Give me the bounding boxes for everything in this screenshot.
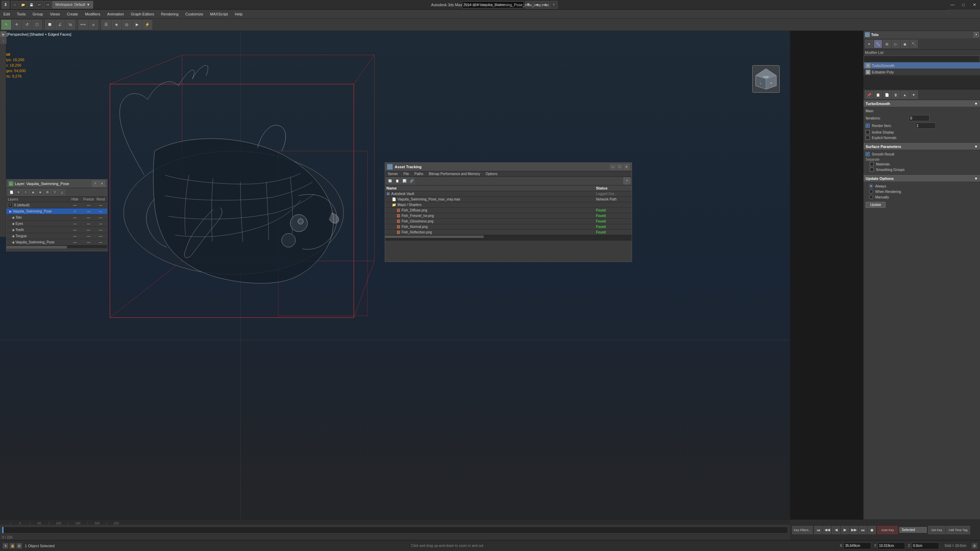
materials-check[interactable] [870,162,874,166]
play-back-btn[interactable]: ◀ [832,526,840,534]
auto-key-btn[interactable]: Auto Key [877,526,898,534]
schematic-tool[interactable]: ◈ [111,20,121,30]
minimize-btn[interactable]: — [947,0,958,10]
layer-add-sel-btn[interactable]: + [22,189,29,196]
help-btn[interactable]: ? [550,1,557,9]
undo-btn[interactable]: ↩ [36,1,43,9]
manually-radio[interactable] [869,195,873,199]
prev-key-btn[interactable]: ◀◀ [823,526,831,534]
menu-group[interactable]: Group [29,10,47,19]
update-button[interactable]: Update [865,202,886,208]
smooth-result-check[interactable]: ✓ [865,152,870,156]
menu-animation[interactable]: Animation [104,10,127,19]
when-rendering-radio[interactable] [869,189,873,194]
modifier-editable-poly[interactable]: E Editable Poly [864,69,980,76]
layer-expand-btn[interactable]: ▽ [51,189,58,196]
move-tool[interactable]: ✛ [12,20,21,30]
layer-row-default[interactable]: ✓ 0 (default) — — — [6,202,107,208]
coord-z-value[interactable]: 0.0cm [912,542,939,549]
asset-row-diffuse[interactable]: 🖼 Fish_Diffuse.png Found [385,208,632,213]
set-key-btn[interactable]: Set Key [928,526,945,534]
menu-customize[interactable]: Customize [182,10,207,19]
layer-tool[interactable]: ☰ [101,20,111,30]
layer-row-eyes[interactable]: ◈Eyes — — — [6,221,107,227]
modifier-turbomooth[interactable]: T TurboSmooth [864,62,980,69]
surface-params-header[interactable]: Surface Parameters ▼ [864,143,980,150]
asset-tool-2[interactable]: 📋 [394,178,401,184]
close-btn[interactable]: ✕ [969,0,980,10]
render-tool[interactable]: ▶ [132,20,142,30]
asset-row-fresnel[interactable]: 🖼 Fish_Fresnel_Ior.png Found [385,213,632,219]
panel-icon-modify[interactable]: 🔧 [874,40,882,48]
material-tool[interactable]: ◎ [122,20,132,30]
coord-x-value[interactable]: 35.649cm [844,542,871,549]
mod-copy-icon[interactable]: 📋 [874,91,882,99]
menu-create[interactable]: Create [63,10,81,19]
menu-views[interactable]: Views [46,10,63,19]
navigation-cube[interactable]: TOP L R [752,65,780,93]
menu-rendering[interactable]: Rendering [158,10,182,19]
layer-panel-help[interactable]: ? [92,181,98,187]
layer-row-telo[interactable]: ◈Telo — — — [6,214,107,221]
asset-tool-4[interactable]: 🔗 [408,178,415,184]
layer-settings-btn[interactable]: ⚙ [44,189,51,196]
snap-settings-btn[interactable]: ⚙ [972,543,977,549]
menu-tools[interactable]: Tools [13,10,29,19]
asset-menu-paths[interactable]: Paths [412,171,426,176]
explicit-normals-check[interactable] [865,136,870,140]
smoothing-groups-check[interactable] [870,168,874,171]
asset-menu-server[interactable]: Server [385,171,401,176]
percent-snap-tool[interactable]: % [65,20,75,30]
layer-sel-objs-btn[interactable]: ◈ [30,189,37,196]
next-key-btn[interactable]: ▶▶ [850,526,858,534]
save-btn[interactable]: 💾 [27,1,35,9]
scale-tool[interactable]: ⬡ [32,20,42,30]
layer-new-btn[interactable]: 📄 [8,189,15,196]
new-btn[interactable]: □ [11,1,19,9]
object-color-swatch[interactable] [865,32,870,37]
asset-menu-file[interactable]: File [401,171,412,176]
asset-row-vault[interactable]: 🏛 Autodesk Vault Logged Out... [385,191,632,197]
asset-row-maps-folder[interactable]: 📁 Maps / Shaders [385,202,632,208]
play-btn[interactable]: ▶ [841,526,849,534]
status-icon-1[interactable]: 🖱 [3,543,8,549]
asset-row-glossiness[interactable]: 🖼 Fish_Glossiness.png Found [385,219,632,224]
mod-paste-icon[interactable]: 📄 [883,91,891,99]
open-btn[interactable]: 📂 [19,1,27,9]
layer-row-vaquita2[interactable]: ◈Vaquita_Swimming_Pose — — — [6,239,107,246]
render-iters-check[interactable]: ✓ [865,124,870,128]
layer-panel-close[interactable]: ✕ [99,181,105,187]
status-icon-3[interactable]: ⊞ [16,543,22,549]
asset-min-btn[interactable]: — [610,164,616,170]
rotate-tool[interactable]: ↺ [22,20,32,30]
timeline-playhead[interactable] [2,527,3,533]
asset-close-btn[interactable]: ✕ [624,164,630,170]
angle-snap-tool[interactable]: ∠ [55,20,65,30]
left-icon-2[interactable]: ↑ [0,38,6,44]
redo-btn[interactable]: ↪ [44,1,51,9]
menu-graph-editors[interactable]: Graph Editors [127,10,158,19]
asset-menu-options[interactable]: Options [483,171,500,176]
panel-expand-btn[interactable]: ▼ [974,32,978,37]
asset-scrollbar-h[interactable] [385,235,632,238]
maximize-btn[interactable]: □ [958,0,969,10]
align-tool[interactable]: ≡ [89,20,98,30]
panel-icon-motion[interactable]: ▷ [892,40,900,48]
asset-help-btn[interactable]: ? [624,178,630,184]
mod-move-down-icon[interactable]: ▼ [910,91,918,99]
mirror-tool[interactable]: ⟺ [78,20,88,30]
layer-row-tongue[interactable]: ◈Tongue — — — [6,233,107,239]
menu-edit[interactable]: Edit [0,10,13,19]
render-iters-value[interactable]: 2 [915,122,936,129]
layer-scrollbar-thumb[interactable] [6,246,67,249]
quick-render-tool[interactable]: ⚡ [143,20,152,30]
iterations-value[interactable]: 0 [909,115,929,121]
asset-max-btn[interactable]: □ [617,164,623,170]
status-icon-2[interactable]: 🔒 [10,543,15,549]
asset-row-reflection[interactable]: 🖼 Fish_Reflection.png Found [385,230,632,235]
left-icon-1[interactable]: ▶ [0,31,6,37]
next-frame-btn[interactable]: ⏭ [859,526,867,534]
add-time-tag-btn[interactable]: Add Time Tag [946,526,970,534]
layer-row-vaquita[interactable]: ▶Vaquita_Swimming_Pose ✓ — — [6,208,107,214]
isoline-check[interactable] [865,130,870,134]
